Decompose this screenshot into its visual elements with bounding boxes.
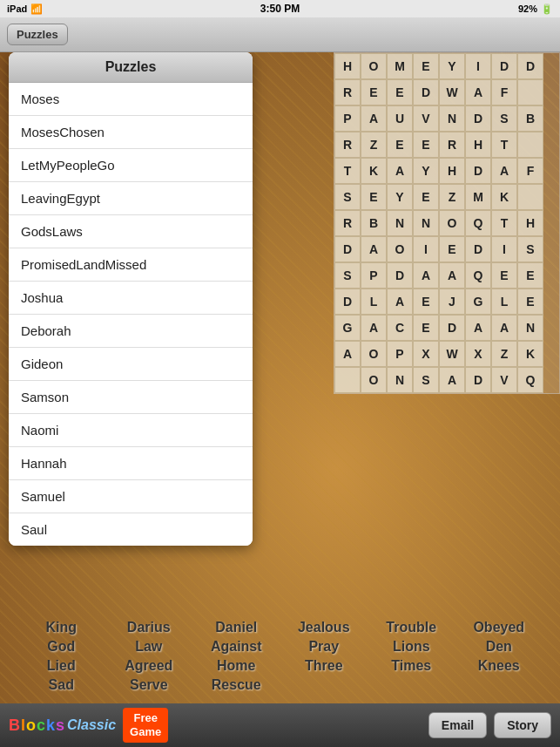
grid-cell[interactable]: K: [361, 158, 387, 184]
grid-cell[interactable]: N: [413, 210, 439, 236]
grid-cell[interactable]: X: [465, 341, 491, 367]
grid-cell[interactable]: W: [439, 79, 465, 105]
grid-cell[interactable]: E: [361, 79, 387, 105]
grid-cell[interactable]: K: [517, 341, 543, 367]
grid-cell[interactable]: A: [491, 315, 517, 341]
grid-cell[interactable]: Z: [439, 184, 465, 210]
grid-cell[interactable]: J: [439, 289, 465, 315]
grid-cell[interactable]: E: [413, 289, 439, 315]
grid-cell[interactable]: E: [517, 262, 543, 289]
grid-cell[interactable]: D: [517, 53, 543, 79]
grid-cell[interactable]: D: [334, 289, 361, 315]
grid-cell[interactable]: A: [491, 158, 517, 184]
grid-cell[interactable]: H: [465, 132, 491, 158]
grid-cell[interactable]: M: [387, 53, 413, 79]
grid-cell[interactable]: Q: [465, 210, 491, 236]
grid-cell[interactable]: H: [439, 158, 465, 184]
grid-cell[interactable]: Q: [465, 262, 491, 289]
grid-cell[interactable]: D: [387, 262, 413, 289]
grid-cell[interactable]: P: [334, 105, 361, 132]
grid-cell[interactable]: W: [439, 341, 465, 367]
grid-cell[interactable]: B: [517, 105, 543, 132]
grid-cell[interactable]: R: [334, 210, 361, 236]
grid-cell[interactable]: A: [334, 341, 361, 367]
grid-cell[interactable]: A: [387, 289, 413, 315]
puzzle-list-item[interactable]: Samuel: [9, 480, 253, 513]
grid-cell[interactable]: E: [387, 79, 413, 105]
puzzle-list-item[interactable]: MosesChosen: [9, 116, 253, 149]
grid-cell[interactable]: D: [465, 236, 491, 262]
grid-cell[interactable]: E: [413, 184, 439, 210]
grid-cell[interactable]: N: [517, 315, 543, 341]
grid-cell[interactable]: S: [491, 105, 517, 132]
grid-cell[interactable]: A: [361, 105, 387, 132]
grid-cell[interactable]: A: [361, 236, 387, 262]
grid-cell[interactable]: V: [413, 105, 439, 132]
grid-cell[interactable]: D: [465, 367, 491, 393]
grid-cell[interactable]: D: [439, 315, 465, 341]
puzzle-list-item[interactable]: Moses: [9, 83, 253, 116]
puzzle-list-item[interactable]: LeavingEgypt: [9, 182, 253, 215]
grid-cell[interactable]: D: [491, 53, 517, 79]
puzzle-list-item[interactable]: GodsLaws: [9, 215, 253, 248]
grid-cell[interactable]: R: [439, 132, 465, 158]
grid-cell[interactable]: E: [413, 315, 439, 341]
grid-cell[interactable]: D: [413, 79, 439, 105]
grid-cell[interactable]: I: [413, 236, 439, 262]
grid-cell[interactable]: A: [439, 367, 465, 393]
puzzle-list-item[interactable]: Gideon: [9, 348, 253, 381]
grid-cell[interactable]: A: [387, 158, 413, 184]
grid-cell[interactable]: V: [491, 367, 517, 393]
grid-cell[interactable]: E: [491, 262, 517, 289]
grid-cell[interactable]: F: [517, 158, 543, 184]
grid-cell[interactable]: H: [517, 210, 543, 236]
grid-cell[interactable]: R: [334, 79, 361, 105]
grid-cell[interactable]: G: [334, 315, 361, 341]
puzzle-list-item[interactable]: Hannah: [9, 447, 253, 480]
grid-cell[interactable]: Z: [361, 132, 387, 158]
puzzle-list-item[interactable]: Naomi: [9, 414, 253, 447]
grid-cell[interactable]: A: [465, 79, 491, 105]
grid-cell[interactable]: Y: [439, 53, 465, 79]
grid-cell[interactable]: I: [465, 53, 491, 79]
grid-cell[interactable]: O: [387, 236, 413, 262]
grid-cell[interactable]: T: [491, 132, 517, 158]
grid-cell[interactable]: I: [491, 236, 517, 262]
grid-cell[interactable]: X: [413, 341, 439, 367]
email-button[interactable]: Email: [428, 712, 487, 738]
grid-cell[interactable]: B: [361, 210, 387, 236]
grid-cell[interactable]: P: [361, 262, 387, 289]
grid-cell[interactable]: C: [387, 315, 413, 341]
grid-cell[interactable]: G: [465, 289, 491, 315]
puzzle-list-item[interactable]: Joshua: [9, 282, 253, 315]
grid-cell[interactable]: S: [413, 367, 439, 393]
grid-cell[interactable]: A: [439, 262, 465, 289]
grid-cell[interactable]: K: [491, 184, 517, 210]
grid-cell[interactable]: Z: [491, 341, 517, 367]
grid-cell[interactable]: O: [361, 341, 387, 367]
grid-cell[interactable]: N: [387, 210, 413, 236]
grid-cell[interactable]: A: [361, 315, 387, 341]
grid-cell[interactable]: U: [387, 105, 413, 132]
grid-cell[interactable]: D: [465, 105, 491, 132]
grid-cell[interactable]: D: [465, 158, 491, 184]
puzzle-list-item[interactable]: Saul: [9, 513, 253, 546]
grid-cell[interactable]: [517, 132, 543, 158]
grid-cell[interactable]: N: [387, 367, 413, 393]
grid-cell[interactable]: P: [387, 341, 413, 367]
grid-cell[interactable]: E: [413, 132, 439, 158]
grid-cell[interactable]: L: [491, 289, 517, 315]
grid-cell[interactable]: S: [334, 184, 361, 210]
grid-cell[interactable]: M: [465, 184, 491, 210]
grid-cell[interactable]: L: [361, 289, 387, 315]
grid-cell[interactable]: Q: [517, 367, 543, 393]
grid-cell[interactable]: D: [334, 236, 361, 262]
grid-cell[interactable]: [517, 79, 543, 105]
grid-cell[interactable]: S: [517, 236, 543, 262]
grid-cell[interactable]: H: [334, 53, 361, 79]
puzzles-nav-button[interactable]: Puzzles: [7, 24, 68, 45]
puzzle-list-item[interactable]: LetMyPeopleGo: [9, 149, 253, 182]
grid-cell[interactable]: R: [334, 132, 361, 158]
grid-cell[interactable]: E: [413, 53, 439, 79]
grid-cell[interactable]: Y: [387, 184, 413, 210]
